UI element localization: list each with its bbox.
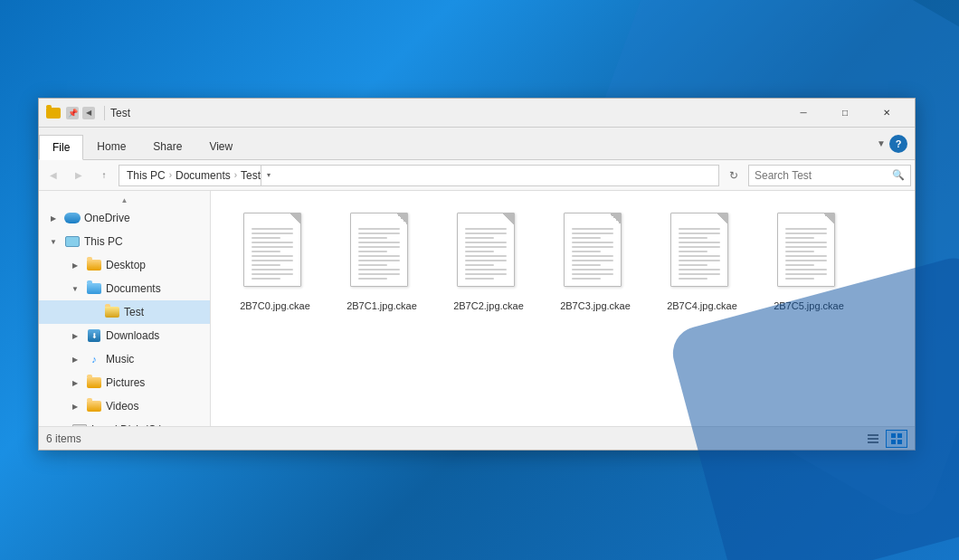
sidebar-label-localdisk: Local Disk (C:)	[91, 423, 163, 426]
titlebar-sep	[104, 106, 105, 120]
back-quick-access[interactable]: ◀	[82, 107, 95, 119]
doc-lines	[465, 228, 507, 282]
sidebar-label-downloads: Downloads	[106, 329, 159, 342]
downloads-icon: ⬇	[86, 327, 102, 344]
file-name: 2B7C1.jpg.ckae	[347, 299, 417, 312]
sidebar-label-onedrive: OneDrive	[84, 212, 130, 224]
forward-button[interactable]: ▶	[68, 165, 90, 186]
file-area: 2B7C0.jpg.ckae 2B7C1.jpg.ckae 2B7C2.jpg.…	[211, 191, 915, 426]
address-dropdown-btn[interactable]: ▾	[261, 165, 275, 186]
tab-share[interactable]: Share	[139, 134, 195, 159]
expand-arrow-desktop: ▶	[68, 258, 82, 272]
file-item[interactable]: 2B7C2.jpg.ckae	[439, 205, 538, 319]
statusbar: 6 items	[39, 426, 915, 450]
sidebar: ▲ ▶ OneDrive ▼ This PC ▶	[39, 191, 211, 426]
sidebar-item-downloads[interactable]: ▶ ⬇ Downloads	[39, 324, 210, 347]
breadcrumb: This PC › Documents › Test	[127, 169, 261, 182]
ribbon: File Home Share View ▼ ?	[39, 128, 915, 160]
scroll-up-btn[interactable]: ▲	[39, 195, 210, 206]
file-item[interactable]: 2B7C5.jpg.ckae	[759, 205, 859, 319]
pin-btn[interactable]: 📌	[66, 107, 79, 119]
music-icon: ♪	[86, 351, 102, 367]
search-icon[interactable]: 🔍	[892, 169, 905, 181]
file-name: 2B7C4.jpg.ckae	[667, 299, 737, 312]
sidebar-item-desktop[interactable]: ▶ Desktop	[39, 253, 210, 277]
documents-folder-icon	[86, 280, 102, 297]
file-item[interactable]: 2B7C4.jpg.ckae	[652, 205, 752, 319]
sidebar-item-test[interactable]: Test	[39, 300, 210, 324]
svg-rect-0	[868, 434, 878, 436]
sidebar-item-localdisk[interactable]: ▶ Local Disk (C:)	[39, 418, 210, 426]
crumb-sep-2: ›	[234, 170, 237, 180]
file-name: 2B7C3.jpg.ckae	[560, 299, 631, 312]
pictures-folder-icon	[86, 375, 102, 391]
file-item[interactable]: 2B7C3.jpg.ckae	[546, 205, 645, 319]
ribbon-tabs: File Home Share View	[39, 128, 246, 159]
file-thumbnail	[564, 213, 627, 294]
expand-arrow-videos: ▶	[68, 399, 82, 413]
maximize-button[interactable]: □	[824, 99, 866, 128]
sidebar-item-thispc[interactable]: ▼ This PC	[39, 230, 210, 253]
sidebar-label-videos: Videos	[106, 400, 138, 413]
sidebar-label-thispc: This PC	[84, 235, 123, 248]
expand-arrow-pictures: ▶	[68, 375, 82, 390]
tab-file[interactable]: File	[39, 135, 83, 160]
file-name: 2B7C2.jpg.ckae	[453, 299, 524, 312]
files-grid: 2B7C0.jpg.ckae 2B7C1.jpg.ckae 2B7C2.jpg.…	[225, 205, 900, 319]
file-item[interactable]: 2B7C0.jpg.ckae	[225, 205, 325, 319]
view-large-icons-btn[interactable]	[886, 430, 907, 448]
window-title: Test	[110, 107, 783, 119]
sidebar-item-onedrive[interactable]: ▶ OneDrive	[39, 206, 210, 230]
document-icon	[350, 213, 408, 287]
file-thumbnail	[457, 213, 520, 294]
doc-lines	[358, 228, 400, 282]
tab-view[interactable]: View	[195, 134, 246, 159]
test-folder-icon	[104, 304, 120, 320]
sidebar-item-videos[interactable]: ▶ Videos	[39, 394, 210, 418]
sidebar-item-music[interactable]: ▶ ♪ Music	[39, 347, 210, 371]
crumb-thispc[interactable]: This PC	[127, 169, 166, 182]
videos-folder-icon	[86, 398, 102, 414]
sidebar-item-pictures[interactable]: ▶ Pictures	[39, 371, 210, 394]
svg-rect-3	[891, 433, 896, 438]
close-button[interactable]: ✕	[866, 99, 907, 128]
view-details-btn[interactable]	[862, 430, 884, 448]
document-icon	[777, 213, 835, 287]
doc-lines	[572, 228, 613, 282]
sidebar-label-test: Test	[124, 306, 144, 318]
sidebar-label-desktop: Desktop	[106, 259, 146, 271]
address-path[interactable]: This PC › Documents › Test ▾	[119, 165, 719, 186]
crumb-sep-1: ›	[169, 170, 172, 180]
status-item-count: 6 items	[46, 432, 862, 445]
tab-home[interactable]: Home	[83, 134, 139, 159]
titlebar: 📌 ◀ Test ─ □ ✕	[39, 99, 915, 128]
crumb-documents[interactable]: Documents	[176, 169, 231, 182]
refresh-button[interactable]: ↻	[723, 165, 745, 186]
doc-lines	[252, 228, 293, 282]
sidebar-label-music: Music	[106, 353, 134, 365]
file-thumbnail	[670, 213, 734, 294]
search-box[interactable]: 🔍	[748, 165, 911, 186]
thispc-icon	[64, 233, 81, 250]
ribbon-collapse-icon[interactable]: ▼	[877, 138, 886, 148]
document-icon	[670, 213, 728, 287]
expand-arrow-test	[86, 305, 100, 319]
sidebar-item-documents[interactable]: ▼ Documents	[39, 277, 210, 300]
main-area: ▲ ▶ OneDrive ▼ This PC ▶	[39, 191, 915, 426]
sidebar-label-pictures: Pictures	[106, 376, 145, 389]
expand-arrow-downloads: ▶	[68, 328, 82, 343]
up-button[interactable]: ↑	[93, 165, 115, 186]
document-icon	[457, 213, 515, 287]
minimize-button[interactable]: ─	[783, 99, 824, 128]
file-name: 2B7C0.jpg.ckae	[240, 299, 310, 312]
file-thumbnail	[777, 213, 840, 294]
search-input[interactable]	[755, 169, 892, 182]
file-item[interactable]: 2B7C1.jpg.ckae	[332, 205, 432, 319]
desktop-folder-icon	[86, 257, 102, 273]
svg-rect-4	[897, 433, 902, 438]
back-button[interactable]: ◀	[43, 165, 64, 186]
help-button[interactable]: ?	[889, 135, 907, 153]
crumb-test[interactable]: Test	[241, 169, 261, 182]
addressbar: ◀ ▶ ↑ This PC › Documents › Test ▾ ↻ 🔍	[39, 160, 915, 191]
sidebar-label-documents: Documents	[106, 282, 161, 295]
